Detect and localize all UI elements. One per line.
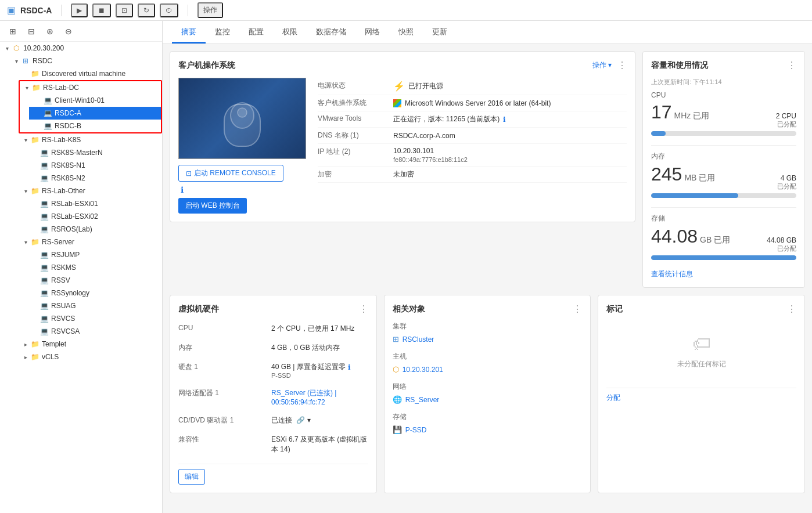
- tab-permissions[interactable]: 权限: [273, 22, 307, 44]
- tree-item-host[interactable]: ⬡ 10.20.30.200: [0, 42, 162, 55]
- sidebar-btn-1[interactable]: ⊞: [5, 23, 21, 39]
- cd-dropdown[interactable]: ▾: [307, 416, 311, 424]
- svg-point-0: [231, 103, 254, 128]
- rsserver-label: RS-Server: [42, 238, 74, 246]
- tree-arrow-host[interactable]: [2, 44, 12, 53]
- tree-item-rsdc[interactable]: ⊞ RSDC: [9, 55, 162, 67]
- tree-item-rsvcs[interactable]: 💻 RSVCS: [28, 312, 162, 325]
- tree-item-rsvcsa[interactable]: 💻 RSVCSA: [28, 325, 162, 338]
- tags-title: 标记: [606, 304, 623, 315]
- timer-button[interactable]: ⏲: [160, 3, 178, 17]
- tree-arrow-rslabk8s[interactable]: [21, 135, 30, 144]
- tab-config[interactable]: 配置: [239, 22, 273, 44]
- assign-tag-button[interactable]: 分配: [606, 393, 620, 403]
- capacity-cpu: CPU 17 MHz 已用 2 CPU 已分配: [651, 91, 796, 136]
- storage-label: 存储: [651, 214, 796, 223]
- guest-os-header: 客户机操作系统 操作 ▾ ⋮: [178, 60, 627, 71]
- host-item: ⬡ 10.20.30.201: [393, 364, 583, 375]
- tree-item-n1[interactable]: 💻 RSK8S-N1: [28, 159, 162, 172]
- guest-os-row: 客户机操作系统 Microsoft Windows Server 2016 or…: [318, 95, 627, 111]
- storage-link[interactable]: P-SSD: [405, 426, 427, 434]
- memory-assigned: 4 GB: [777, 174, 796, 182]
- hw-more[interactable]: ⋮: [359, 304, 368, 315]
- vm-icon-rsvcs: 💻: [39, 314, 49, 323]
- tree-item-rsros[interactable]: 💻 RSROS(Lab): [28, 223, 162, 236]
- host-link[interactable]: 10.20.30.201: [403, 366, 443, 374]
- tree-item-rskms[interactable]: 💻 RSKMS: [28, 261, 162, 274]
- tree-item-rssynology[interactable]: 💻 RSSynology: [28, 287, 162, 299]
- tree-item-rslabother[interactable]: 📁 RS-Lab-Other: [19, 185, 162, 197]
- cluster-icon: ⊞: [393, 335, 399, 344]
- rssynology-label: RSSynology: [51, 289, 89, 297]
- tree-item-client[interactable]: 💻 Client-Win10-01: [29, 94, 161, 107]
- tab-datastores[interactable]: 数据存储: [307, 22, 355, 44]
- vm-icon-rskms: 💻: [39, 263, 49, 272]
- tree-item-rsuag[interactable]: 💻 RSUAG: [28, 299, 162, 312]
- tree-item-rsjump[interactable]: 💻 RSJUMP: [28, 248, 162, 261]
- network-link[interactable]: RS_Server: [405, 396, 440, 404]
- cddvd-hw-value: 已连接 🔗 ▾: [271, 413, 368, 428]
- tree-arrow-vcls[interactable]: [21, 352, 30, 362]
- cluster-link[interactable]: RSCluster: [403, 335, 434, 344]
- tree-item-rssv[interactable]: 💻 RSSV: [28, 274, 162, 287]
- tree-arrow-rslabother[interactable]: [21, 186, 30, 196]
- tree-arrow-rsdc[interactable]: [12, 56, 21, 66]
- tree-item-rslabk8s[interactable]: 📁 RS-Lab-K8S: [19, 133, 162, 146]
- tree-arrow-rslabdc[interactable]: [22, 83, 31, 92]
- tree-item-rsdca[interactable]: 💻 RSDC-A: [29, 107, 161, 120]
- tree-arrow-rsserver[interactable]: [21, 237, 30, 247]
- guest-os-more[interactable]: ⋮: [617, 60, 627, 71]
- guest-os-actions[interactable]: 操作 ▾: [592, 60, 612, 70]
- stop-button[interactable]: ⏹: [92, 3, 111, 17]
- rskms-label: RSKMS: [51, 263, 76, 272]
- tab-snapshots[interactable]: 快照: [389, 22, 423, 44]
- remote-console-info[interactable]: ℹ: [181, 185, 184, 194]
- tab-summary[interactable]: 摘要: [172, 22, 206, 44]
- capacity-more[interactable]: ⋮: [787, 60, 796, 71]
- tree-item-rsdcb[interactable]: 💻 RSDC-B: [29, 120, 161, 132]
- web-console-button[interactable]: 启动 WEB 控制台: [178, 198, 247, 214]
- tags-more[interactable]: ⋮: [787, 304, 796, 315]
- tree-item-rsserver[interactable]: 📁 RS-Server: [19, 236, 162, 248]
- related-more[interactable]: ⋮: [573, 304, 582, 315]
- tree-children-rslabdc: 💻 Client-Win10-01 💻 RSDC-A 💻: [20, 94, 161, 132]
- edit-hw-button[interactable]: 编辑: [178, 469, 205, 485]
- vmware-tools-info[interactable]: ℹ: [503, 115, 506, 124]
- guest-os-body: ⊡ 启动 REMOTE CONSOLE ℹ 启动 WEB 控制台: [178, 78, 627, 214]
- power-state-value: ⚡ 已打开电源: [393, 81, 627, 92]
- tree-item-esxi02[interactable]: 💻 RSLab-ESXi02: [28, 210, 162, 223]
- vcls-label: vCLS: [42, 353, 59, 361]
- suspend-button[interactable]: ⊡: [116, 3, 133, 17]
- dns-name-value: RSDCA.corp-A.com: [393, 131, 627, 140]
- tree-arrow-templet[interactable]: [21, 339, 30, 349]
- tab-monitor[interactable]: 监控: [206, 22, 239, 44]
- main-layout: ⊞ ⊟ ⊛ ⊝ ⬡ 10.20.30.200 ⊞ RSDC: [0, 21, 812, 513]
- tree-item-vcls[interactable]: 📁 vCLS: [19, 351, 162, 363]
- storage-assigned-label: 已分配: [767, 244, 796, 253]
- tab-updates[interactable]: 更新: [423, 22, 457, 44]
- tab-network[interactable]: 网络: [355, 22, 389, 44]
- tree-item-masterN[interactable]: 💻 RSK8S-MasterN: [28, 146, 162, 159]
- sidebar-btn-3[interactable]: ⊛: [42, 23, 58, 39]
- sidebar-btn-4[interactable]: ⊝: [60, 23, 77, 39]
- tree-item-rslabdc[interactable]: 📁 RS-Lab-DC: [20, 81, 161, 94]
- tree-item-n2[interactable]: 💻 RSK8S-N2: [28, 172, 162, 185]
- actions-button[interactable]: 操作: [197, 2, 223, 18]
- capacity-stats-link[interactable]: 查看统计信息: [651, 269, 796, 279]
- sidebar: ⊞ ⊟ ⊛ ⊝ ⬡ 10.20.30.200 ⊞ RSDC: [0, 21, 163, 513]
- tree-item-esxi01[interactable]: 💻 RSLab-ESXi01: [28, 197, 162, 210]
- tree-root: ⬡ 10.20.30.200 ⊞ RSDC 📁 Discovered virtu…: [0, 42, 162, 363]
- tags-panel: 标记 ⋮ 🏷 未分配任何标记 分配: [598, 295, 805, 493]
- cluster-section-title: 集群: [393, 321, 583, 331]
- disk-info-icon[interactable]: ℹ: [348, 363, 351, 371]
- rsdc-icon: ⊞: [21, 56, 30, 66]
- play-button[interactable]: ▶: [71, 3, 88, 17]
- sidebar-btn-2[interactable]: ⊟: [23, 23, 39, 39]
- remote-console-button[interactable]: ⊡ 启动 REMOTE CONSOLE: [178, 165, 283, 182]
- vm-screenshot: [178, 78, 306, 159]
- folder-icon-vcls: 📁: [30, 352, 39, 362]
- reset-button[interactable]: ↻: [138, 3, 155, 17]
- tags-footer: 分配: [606, 388, 796, 403]
- tree-item-discovered[interactable]: 📁 Discovered virtual machine: [19, 67, 162, 80]
- tree-item-templet[interactable]: 📁 Templet: [19, 338, 162, 351]
